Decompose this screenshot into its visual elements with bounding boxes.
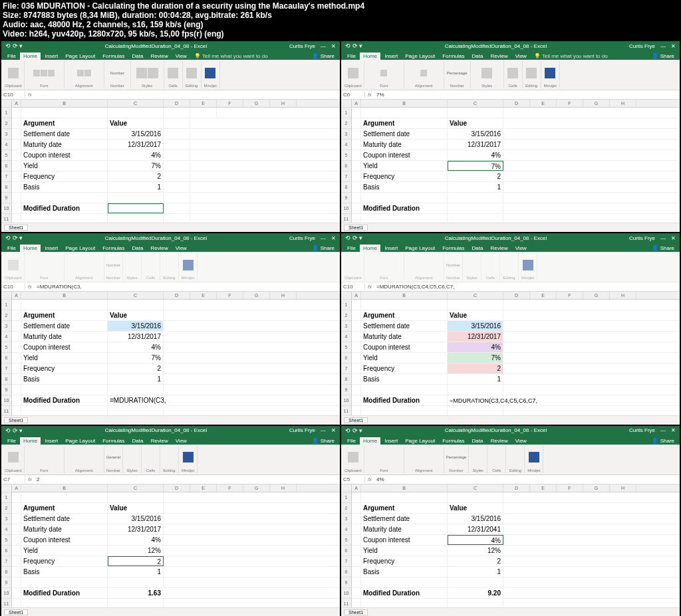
- frame-00-03-20: ⟲ ⟳ ▾CalculatingModifiedDuration_04_08 -…: [1, 426, 340, 616]
- paste-icon: [8, 68, 19, 78]
- name-box[interactable]: C10: [1, 92, 25, 98]
- thumbnail-grid: ⟲ ⟳ ▾CalculatingModifiedDuration_04_08 -…: [0, 40, 681, 616]
- titlebar: ⟲ ⟳ ▾CalculatingModifiedDuration_04_08 -…: [1, 41, 340, 51]
- ribbon: Clipboard Font Alignment NumberNumber St…: [1, 60, 340, 90]
- sheet-tab[interactable]: Sheet1: [4, 225, 28, 231]
- fx-icon[interactable]: fx: [25, 92, 35, 98]
- frame-00-02-00: ⟲ ⟳ ▾CalculatingModifiedDuration_04_08 -…: [1, 233, 340, 424]
- formula-bar: C10 fx: [1, 90, 340, 100]
- frame-00-00-40: ⟲ ⟳ ▾CalculatingModifiedDuration_04_08 -…: [1, 41, 340, 232]
- frame-00-02-40: ⟲ ⟳ ▾CalculatingModifiedDuration_04_08 -…: [341, 233, 680, 424]
- frame-00-03-50: ⟲ ⟳ ▾CalculatingModifiedDuration_04_08 -…: [341, 426, 680, 616]
- minimize-icon[interactable]: —: [321, 43, 326, 49]
- file-info-header: File: 036 MDURATION - Calculating the du…: [0, 0, 681, 40]
- ribbon-tabs: File Home Insert Page Layout Formulas Da…: [1, 51, 340, 60]
- close-icon[interactable]: ✕: [331, 43, 336, 49]
- spreadsheet[interactable]: 123456789101112 ABCDEFGH ArgumentValue S…: [1, 100, 340, 223]
- frame-00-01-20: ⟲ ⟳ ▾CalculatingModifiedDuration_04_08 -…: [341, 41, 680, 232]
